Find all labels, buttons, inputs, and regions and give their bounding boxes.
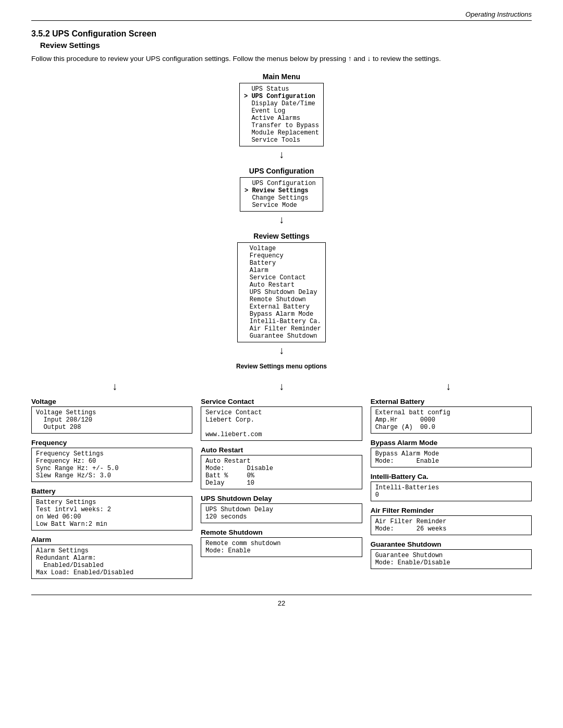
voltage-label: Voltage [31, 398, 192, 405]
remote-shutdown-box: Remote comm shutdown Mode: Enable [201, 537, 362, 557]
ups-config-label: UPS Configuration [249, 167, 314, 175]
bypass-alarm-box: Bypass Alarm Mode Mode: Enable [371, 448, 532, 467]
bypass-alarm-section: Bypass Alarm Mode Bypass Alarm Mode Mode… [371, 439, 532, 467]
eb-line-1: External batt config [375, 409, 527, 416]
ups-config-section: UPS Configuration UPS Configuration Revi… [31, 167, 532, 228]
rs-item-external-battery: External Battery [242, 303, 321, 311]
arrow-col-right: ↓ [365, 378, 532, 394]
review-settings-box: Voltage Frequency Battery Alarm Service … [237, 242, 325, 342]
battery-box: Battery Settings Test intrvl weeks: 2 on… [31, 496, 192, 530]
section-title: UPS Configuration Screen [52, 29, 156, 38]
alarm-section: Alarm Alarm Settings Redundant Alarm: En… [31, 536, 192, 579]
voltage-line-2: Input 208/120 [36, 416, 188, 424]
af-line-2: Mode: 26 weeks [375, 525, 527, 533]
freq-line-1: Frequency Settings [36, 450, 188, 458]
batt-line-4: Low Batt Warn:2 min [36, 521, 188, 528]
gs-line-2: Mode: Enable/Disable [375, 559, 527, 566]
bottom-arrows-row: ↓ ↓ ↓ [31, 378, 532, 394]
main-menu-label: Main Menu [263, 72, 300, 81]
arrow-down-center: ↓ [279, 380, 284, 392]
bypass-alarm-label: Bypass Alarm Mode [371, 439, 532, 447]
auto-restart-label: Auto Restart [201, 446, 362, 454]
service-contact-section: Service Contact Service Contact Liebert … [201, 398, 362, 441]
alarm-line-1: Alarm Settings [36, 547, 188, 554]
menu-item-ups-config: UPS Configuration [244, 93, 319, 100]
remote-shutdown-label: Remote Shutdown [201, 528, 362, 536]
service-contact-box: Service Contact Liebert Corp. www.lieber… [201, 406, 362, 441]
intelli-battery-label: Intelli-Battery Ca. [371, 473, 532, 480]
bottom-section: Voltage Voltage Settings Input 208/120 O… [31, 398, 532, 579]
ups-shutdown-box: UPS Shutdown Delay 120 seconds [201, 503, 362, 523]
air-filter-label: Air Filter Reminder [371, 507, 532, 514]
config-item-change-settings: Change Settings [244, 194, 319, 202]
rs-item-battery: Battery [242, 260, 321, 267]
menu-item-service-tools: Service Tools [244, 137, 319, 144]
rs-item-voltage: Voltage [242, 245, 321, 252]
usd-line-1: UPS Shutdown Delay [205, 506, 357, 513]
alarm-line-4: Max Load: Enabled/Disabled [36, 569, 188, 576]
rs-item-remote-shutdown: Remote Shutdown [242, 296, 321, 303]
arrow-col-left: ↓ [31, 378, 198, 394]
alarm-label: Alarm [31, 536, 192, 544]
service-contact-label: Service Contact [201, 398, 362, 405]
frequency-section: Frequency Frequency Settings Frequency H… [31, 439, 192, 482]
rsd-line-1: Remote comm shutdown [205, 540, 357, 547]
main-menu-box: UPS Status UPS Configuration Display Dat… [239, 83, 324, 146]
config-item-review-settings: Review Settings [244, 187, 319, 194]
rs-item-ups-shutdown: UPS Shutdown Delay [242, 289, 321, 296]
ib-line-2: 0 [375, 491, 527, 499]
ar-line-2: Mode: Disable [205, 465, 357, 472]
ups-shutdown-section: UPS Shutdown Delay UPS Shutdown Delay 12… [201, 495, 362, 523]
freq-line-4: Slew Range Hz/S: 3.0 [36, 472, 188, 479]
page-number: 22 [31, 595, 532, 607]
eb-line-2: Amp.Hr 0000 [375, 416, 527, 424]
eb-line-3: Charge (A) 00.0 [375, 424, 527, 431]
ar-line-4: Delay 10 [205, 479, 357, 487]
rs-item-bypass-alarm: Bypass Alarm Mode [242, 311, 321, 318]
bottom-col-center: Service Contact Service Contact Liebert … [197, 398, 366, 579]
battery-section: Battery Battery Settings Test intrvl wee… [31, 487, 192, 530]
subsection-heading: Review Settings [31, 41, 532, 50]
batt-line-1: Battery Settings [36, 499, 188, 506]
external-battery-box: External batt config Amp.Hr 0000 Charge … [371, 406, 532, 434]
ba-line-1: Bypass Alarm Mode [375, 450, 527, 458]
sc-line-1: Service Contact [205, 409, 357, 416]
rsd-line-2: Mode: Enable [205, 547, 357, 554]
rs-item-air-filter: Air Filter Reminder [242, 325, 321, 332]
header-title: Operating Instructions [466, 10, 532, 18]
gs-line-1: Guarantee Shutdown [375, 552, 527, 559]
arrow-down-2: ↓ [279, 214, 284, 226]
ib-line-1: Intelli-Batteries [375, 484, 527, 491]
review-settings-section: Review Settings Voltage Frequency Batter… [31, 232, 532, 359]
alarm-line-3: Enabled/Disabled [36, 562, 188, 569]
rs-item-intelli-battery: Intelli-Battery Ca. [242, 318, 321, 325]
arrow-col-center: ↓ [198, 378, 365, 394]
voltage-box: Voltage Settings Input 208/120 Output 20… [31, 406, 192, 434]
guarantee-shutdown-section: Guarantee Shutdown Guarantee Shutdown Mo… [371, 540, 532, 569]
intelli-battery-box: Intelli-Batteries 0 [371, 482, 532, 501]
intro-text: Follow this procedure to review your UPS… [31, 54, 532, 64]
bottom-col-left: Voltage Voltage Settings Input 208/120 O… [31, 398, 197, 579]
config-item-service-mode: Service Mode [244, 202, 319, 209]
rs-item-alarm: Alarm [242, 267, 321, 274]
freq-line-3: Sync Range Hz: +/- 5.0 [36, 465, 188, 472]
ups-shutdown-label: UPS Shutdown Delay [201, 495, 362, 502]
review-settings-label: Review Settings [253, 232, 309, 240]
rs-item-auto-restart: Auto Restart [242, 281, 321, 289]
voltage-line-3: Output 208 [36, 424, 188, 431]
freq-line-2: Frequency Hz: 60 [36, 458, 188, 465]
sc-line-4: www.liebert.com [205, 431, 357, 438]
bottom-col-right: External Battery External batt config Am… [366, 398, 532, 579]
voltage-line-1: Voltage Settings [36, 409, 188, 416]
arrow-down-3: ↓ [279, 344, 284, 356]
batt-line-3: on Wed 06:00 [36, 513, 188, 521]
voltage-section: Voltage Voltage Settings Input 208/120 O… [31, 398, 192, 434]
guarantee-shutdown-label: Guarantee Shutdown [371, 540, 532, 548]
sc-line-3 [205, 424, 357, 431]
frequency-label: Frequency [31, 439, 192, 447]
ar-line-3: Batt % 0% [205, 472, 357, 479]
guarantee-shutdown-box: Guarantee Shutdown Mode: Enable/Disable [371, 549, 532, 569]
intelli-battery-section: Intelli-Battery Ca. Intelli-Batteries 0 [371, 473, 532, 501]
external-battery-label: External Battery [371, 398, 532, 405]
air-filter-box: Air Filter Reminder Mode: 26 weeks [371, 515, 532, 535]
